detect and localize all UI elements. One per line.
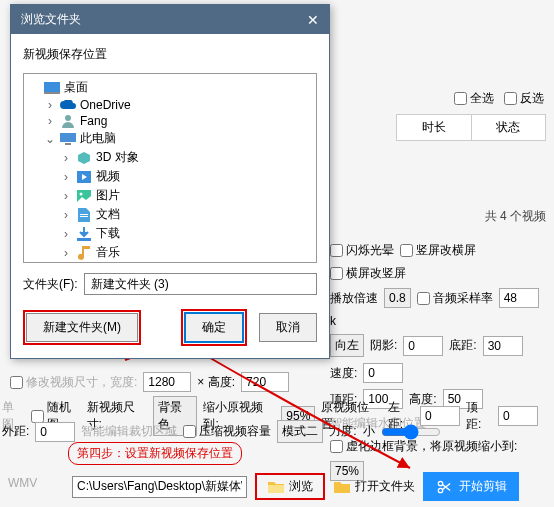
ext-dist-input[interactable] (35, 422, 75, 442)
svg-rect-3 (44, 92, 60, 94)
new-folder-button[interactable]: 新建文件夹(M) (26, 313, 138, 342)
playback-speed-label: 播放倍速 (330, 290, 378, 307)
tree-node-desk2[interactable]: ›桌面 (26, 262, 314, 263)
bottom-dist-input[interactable] (483, 336, 523, 356)
ext-dist-label: 外距: (2, 423, 29, 440)
start-clip-button[interactable]: 开始剪辑 (423, 472, 519, 501)
svg-point-4 (65, 115, 71, 121)
video-count: 共 4 个视频 (485, 208, 546, 225)
folder-tree[interactable]: 桌面 ›OneDrive ›Fang ⌄此电脑 ›3D 对象 ›视频 ›图片 ›… (23, 73, 317, 263)
step4-callout: 第四步：设置新视频保存位置 (68, 442, 242, 465)
width-input[interactable] (143, 372, 191, 392)
folder-label: 文件夹(F): (23, 276, 78, 293)
tree-node-music[interactable]: ›音乐 (26, 243, 314, 262)
video-icon (76, 170, 92, 184)
dialog-prompt: 新视频保存位置 (23, 46, 317, 63)
scissors-icon (435, 480, 453, 494)
power-slider[interactable] (381, 424, 441, 440)
cloud-icon (60, 98, 76, 112)
music-icon (76, 246, 92, 260)
svg-rect-6 (65, 143, 71, 145)
vert-to-horiz-checkbox[interactable]: 竖屏改横屏 (400, 242, 476, 259)
tree-node-docs[interactable]: ›文档 (26, 205, 314, 224)
tree-node-user[interactable]: ›Fang (26, 113, 314, 129)
audio-rate-input[interactable] (499, 288, 539, 308)
tree-node-thispc[interactable]: ⌄此电脑 (26, 129, 314, 148)
picture-icon (76, 189, 92, 203)
shadow-input[interactable] (403, 336, 443, 356)
folder-icon (333, 480, 351, 494)
direction-select[interactable]: 向左 (330, 334, 364, 357)
wmv-label: WMV (8, 476, 37, 490)
dialog-title: 浏览文件夹 (21, 11, 81, 28)
close-icon[interactable]: ✕ (307, 12, 319, 28)
browse-button[interactable]: 浏览 (255, 473, 325, 500)
compress-checkbox[interactable]: 压缩视频容量 (183, 423, 271, 440)
folder-icon (267, 480, 285, 494)
flicker-checkbox[interactable]: 闪烁光晕 (330, 242, 394, 259)
ok-button[interactable]: 确定 (184, 312, 244, 343)
tree-node-pictures[interactable]: ›图片 (26, 186, 314, 205)
tree-node-3d[interactable]: ›3D 对象 (26, 148, 314, 167)
tree-node-downloads[interactable]: ›下载 (26, 224, 314, 243)
modify-size-checkbox[interactable]: 修改视频尺寸，宽度: (10, 374, 137, 391)
svg-rect-10 (80, 214, 88, 215)
svg-rect-5 (60, 133, 76, 142)
col-status: 状态 (472, 115, 546, 140)
browse-folder-dialog: 浏览文件夹 ✕ 新视频保存位置 桌面 ›OneDrive ›Fang ⌄此电脑 … (10, 4, 330, 359)
smart-crop-label: 智能编辑裁切区域 (81, 423, 177, 440)
svg-rect-11 (80, 216, 88, 217)
folder-name-input[interactable] (84, 273, 317, 295)
user-icon (60, 114, 76, 128)
cancel-button[interactable]: 取消 (259, 313, 317, 342)
list-header: 时长 状态 (396, 114, 546, 141)
col-duration: 时长 (397, 115, 472, 140)
document-icon (76, 208, 92, 222)
svg-rect-12 (77, 238, 91, 241)
save-path-input[interactable] (72, 476, 247, 498)
pc-icon (60, 132, 76, 146)
svg-rect-2 (44, 82, 60, 92)
select-all-checkbox[interactable]: 全选 (454, 90, 494, 107)
tree-node-videos[interactable]: ›视频 (26, 167, 314, 186)
audio-rate-checkbox[interactable]: 音频采样率 (417, 290, 493, 307)
mode-select[interactable]: 模式二 (277, 420, 323, 443)
open-folder-button[interactable]: 打开文件夹 (333, 478, 415, 495)
svg-point-9 (80, 192, 83, 195)
tree-node-onedrive[interactable]: ›OneDrive (26, 97, 314, 113)
playback-speed-select[interactable]: 0.8 (384, 288, 411, 308)
download-icon (76, 227, 92, 241)
height2-input[interactable] (241, 372, 289, 392)
desktop-icon (44, 81, 60, 95)
invert-selection-checkbox[interactable]: 反选 (504, 90, 544, 107)
horiz-to-vert-checkbox[interactable]: 横屏改竖屏 (330, 265, 406, 282)
cube-icon (76, 151, 92, 165)
tree-node-desktop[interactable]: 桌面 (26, 78, 314, 97)
